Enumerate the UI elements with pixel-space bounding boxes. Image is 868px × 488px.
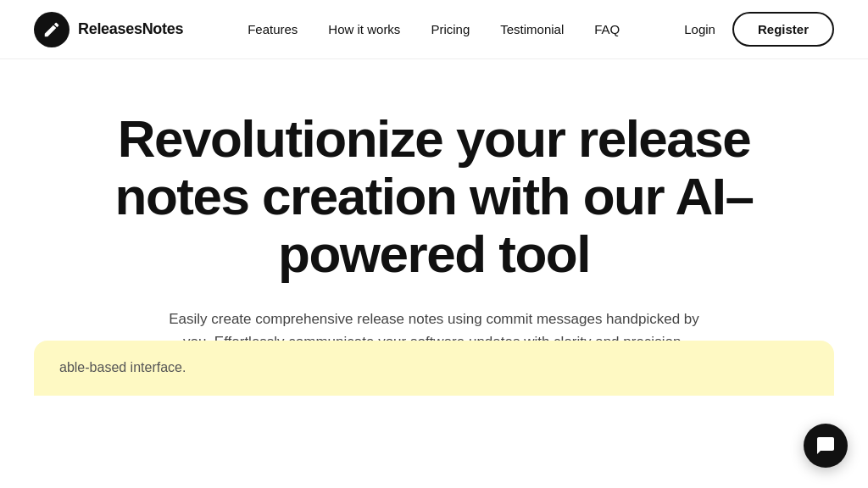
demo-card-text: able-based interface. [59, 360, 186, 375]
nav-link-testimonial[interactable]: Testimonial [500, 22, 564, 36]
login-button[interactable]: Login [684, 22, 715, 36]
nav-link-how-it-works[interactable]: How it works [328, 22, 400, 36]
nav-link-faq[interactable]: FAQ [594, 22, 620, 36]
chat-icon [815, 435, 836, 456]
nav-link-features[interactable]: Features [248, 22, 298, 36]
nav-item-features[interactable]: Features [248, 22, 298, 37]
demo-card: able-based interface. [34, 341, 834, 396]
nav-links: Features How it works Pricing Testimonia… [248, 22, 620, 37]
nav-item-faq[interactable]: FAQ [594, 22, 620, 37]
nav-item-pricing[interactable]: Pricing [431, 22, 470, 37]
nav-item-how-it-works[interactable]: How it works [328, 22, 400, 37]
register-button[interactable]: Register [732, 12, 834, 47]
nav-link-pricing[interactable]: Pricing [431, 22, 470, 36]
logo-text: ReleasesNotes [78, 20, 183, 38]
chat-button[interactable] [804, 424, 848, 468]
logo-icon [34, 12, 70, 47]
nav-actions: Login Register [684, 12, 834, 47]
nav-item-testimonial[interactable]: Testimonial [500, 22, 564, 37]
main-content: Revolutionize your release notes creatio… [0, 59, 868, 387]
navbar: ReleasesNotes Features How it works Pric… [0, 0, 868, 59]
hero-title: Revolutionize your release notes creatio… [95, 110, 773, 284]
nav-logo[interactable]: ReleasesNotes [34, 12, 183, 47]
pencil-icon [42, 20, 61, 39]
